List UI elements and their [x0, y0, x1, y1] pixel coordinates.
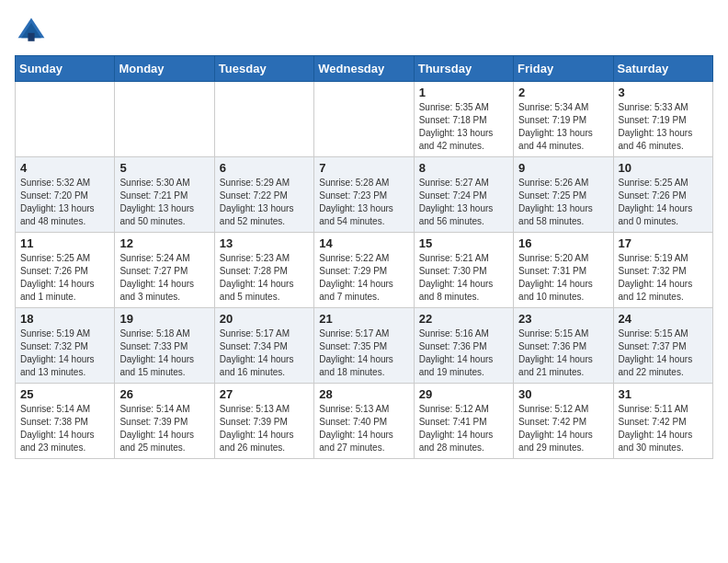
day-info: Sunrise: 5:12 AMSunset: 7:41 PMDaylight:…	[419, 403, 508, 454]
day-info: Sunrise: 5:17 AMSunset: 7:35 PMDaylight:…	[319, 327, 408, 379]
calendar-week-4: 18Sunrise: 5:19 AMSunset: 7:32 PMDayligh…	[16, 308, 713, 384]
calendar-week-1: 1Sunrise: 5:35 AMSunset: 7:18 PMDaylight…	[16, 82, 713, 157]
calendar-cell: 11Sunrise: 5:25 AMSunset: 7:26 PMDayligh…	[16, 233, 115, 308]
day-info: Sunrise: 5:15 AMSunset: 7:37 PMDaylight:…	[619, 327, 708, 379]
day-info: Sunrise: 5:13 AMSunset: 7:40 PMDaylight:…	[319, 403, 408, 454]
calendar-cell: 20Sunrise: 5:17 AMSunset: 7:34 PMDayligh…	[214, 308, 313, 384]
calendar-week-3: 11Sunrise: 5:25 AMSunset: 7:26 PMDayligh…	[16, 233, 713, 308]
logo	[15, 15, 51, 48]
column-header-thursday: Thursday	[414, 56, 513, 82]
day-info: Sunrise: 5:26 AMSunset: 7:25 PMDaylight:…	[518, 177, 608, 228]
calendar-cell: 10Sunrise: 5:25 AMSunset: 7:26 PMDayligh…	[613, 157, 712, 233]
day-number: 19	[119, 312, 209, 326]
day-info: Sunrise: 5:21 AMSunset: 7:30 PMDaylight:…	[419, 252, 508, 304]
day-number: 2	[518, 86, 608, 99]
day-info: Sunrise: 5:14 AMSunset: 7:39 PMDaylight:…	[119, 403, 209, 454]
calendar-header-row: SundayMondayTuesdayWednesdayThursdayFrid…	[16, 56, 713, 82]
day-info: Sunrise: 5:17 AMSunset: 7:34 PMDaylight:…	[220, 327, 309, 379]
day-number: 15	[419, 236, 508, 250]
day-number: 4	[20, 161, 109, 175]
calendar-cell: 1Sunrise: 5:35 AMSunset: 7:18 PMDaylight…	[414, 82, 513, 157]
calendar-cell: 19Sunrise: 5:18 AMSunset: 7:33 PMDayligh…	[115, 308, 214, 384]
calendar-cell	[214, 82, 313, 157]
day-number: 29	[419, 387, 508, 401]
calendar-cell: 7Sunrise: 5:28 AMSunset: 7:23 PMDaylight…	[314, 157, 414, 233]
day-number: 17	[619, 236, 708, 250]
day-number: 6	[220, 161, 309, 175]
column-header-sunday: Sunday	[16, 56, 115, 82]
day-info: Sunrise: 5:25 AMSunset: 7:26 PMDaylight:…	[20, 252, 109, 304]
day-info: Sunrise: 5:27 AMSunset: 7:24 PMDaylight:…	[419, 177, 508, 228]
day-number: 10	[619, 161, 708, 175]
calendar-cell: 24Sunrise: 5:15 AMSunset: 7:37 PMDayligh…	[613, 308, 712, 384]
day-info: Sunrise: 5:23 AMSunset: 7:28 PMDaylight:…	[220, 252, 309, 304]
day-info: Sunrise: 5:15 AMSunset: 7:36 PMDaylight:…	[518, 327, 608, 379]
day-info: Sunrise: 5:35 AMSunset: 7:18 PMDaylight:…	[419, 101, 508, 153]
day-number: 30	[518, 387, 608, 401]
calendar-cell: 3Sunrise: 5:33 AMSunset: 7:19 PMDaylight…	[613, 82, 712, 157]
day-number: 8	[419, 161, 508, 175]
calendar-table: SundayMondayTuesdayWednesdayThursdayFrid…	[15, 55, 713, 459]
calendar-cell: 12Sunrise: 5:24 AMSunset: 7:27 PMDayligh…	[115, 233, 214, 308]
calendar-cell: 16Sunrise: 5:20 AMSunset: 7:31 PMDayligh…	[514, 233, 613, 308]
day-info: Sunrise: 5:25 AMSunset: 7:26 PMDaylight:…	[619, 177, 708, 228]
day-info: Sunrise: 5:19 AMSunset: 7:32 PMDaylight:…	[20, 327, 109, 379]
day-info: Sunrise: 5:28 AMSunset: 7:23 PMDaylight:…	[319, 177, 408, 228]
day-info: Sunrise: 5:13 AMSunset: 7:39 PMDaylight:…	[220, 403, 309, 454]
calendar-cell: 13Sunrise: 5:23 AMSunset: 7:28 PMDayligh…	[214, 233, 313, 308]
day-number: 21	[319, 312, 408, 326]
svg-rect-2	[28, 33, 34, 41]
calendar-cell: 26Sunrise: 5:14 AMSunset: 7:39 PMDayligh…	[115, 384, 214, 459]
day-info: Sunrise: 5:22 AMSunset: 7:29 PMDaylight:…	[319, 252, 408, 304]
column-header-saturday: Saturday	[613, 56, 712, 82]
day-number: 23	[518, 312, 608, 326]
day-number: 9	[518, 161, 608, 175]
calendar-cell: 27Sunrise: 5:13 AMSunset: 7:39 PMDayligh…	[214, 384, 313, 459]
calendar-cell: 6Sunrise: 5:29 AMSunset: 7:22 PMDaylight…	[214, 157, 313, 233]
calendar-cell: 31Sunrise: 5:11 AMSunset: 7:42 PMDayligh…	[613, 384, 712, 459]
calendar-cell: 8Sunrise: 5:27 AMSunset: 7:24 PMDaylight…	[414, 157, 513, 233]
calendar-week-2: 4Sunrise: 5:32 AMSunset: 7:20 PMDaylight…	[16, 157, 713, 233]
day-info: Sunrise: 5:11 AMSunset: 7:42 PMDaylight:…	[619, 403, 708, 454]
calendar-cell: 15Sunrise: 5:21 AMSunset: 7:30 PMDayligh…	[414, 233, 513, 308]
column-header-friday: Friday	[514, 56, 613, 82]
day-number: 7	[319, 161, 408, 175]
day-info: Sunrise: 5:20 AMSunset: 7:31 PMDaylight:…	[518, 252, 608, 304]
calendar-cell: 9Sunrise: 5:26 AMSunset: 7:25 PMDaylight…	[514, 157, 613, 233]
day-number: 26	[119, 387, 209, 401]
day-info: Sunrise: 5:29 AMSunset: 7:22 PMDaylight:…	[220, 177, 309, 228]
day-info: Sunrise: 5:32 AMSunset: 7:20 PMDaylight:…	[20, 177, 109, 228]
day-info: Sunrise: 5:18 AMSunset: 7:33 PMDaylight:…	[119, 327, 209, 379]
day-number: 20	[220, 312, 309, 326]
calendar-cell: 28Sunrise: 5:13 AMSunset: 7:40 PMDayligh…	[314, 384, 414, 459]
day-number: 1	[419, 86, 508, 99]
calendar-cell: 21Sunrise: 5:17 AMSunset: 7:35 PMDayligh…	[314, 308, 414, 384]
calendar-cell: 5Sunrise: 5:30 AMSunset: 7:21 PMDaylight…	[115, 157, 214, 233]
day-info: Sunrise: 5:34 AMSunset: 7:19 PMDaylight:…	[518, 101, 608, 153]
day-info: Sunrise: 5:14 AMSunset: 7:38 PMDaylight:…	[20, 403, 109, 454]
calendar-cell: 29Sunrise: 5:12 AMSunset: 7:41 PMDayligh…	[414, 384, 513, 459]
day-number: 27	[220, 387, 309, 401]
logo-icon	[15, 15, 48, 48]
day-number: 28	[319, 387, 408, 401]
day-info: Sunrise: 5:16 AMSunset: 7:36 PMDaylight:…	[419, 327, 508, 379]
calendar-cell: 22Sunrise: 5:16 AMSunset: 7:36 PMDayligh…	[414, 308, 513, 384]
calendar-cell: 18Sunrise: 5:19 AMSunset: 7:32 PMDayligh…	[16, 308, 115, 384]
day-number: 5	[119, 161, 209, 175]
day-number: 13	[220, 236, 309, 250]
calendar-cell: 2Sunrise: 5:34 AMSunset: 7:19 PMDaylight…	[514, 82, 613, 157]
day-number: 12	[119, 236, 209, 250]
calendar-cell	[115, 82, 214, 157]
column-header-tuesday: Tuesday	[214, 56, 313, 82]
calendar-cell	[16, 82, 115, 157]
calendar-week-5: 25Sunrise: 5:14 AMSunset: 7:38 PMDayligh…	[16, 384, 713, 459]
calendar-cell	[314, 82, 414, 157]
day-number: 24	[619, 312, 708, 326]
calendar-cell: 4Sunrise: 5:32 AMSunset: 7:20 PMDaylight…	[16, 157, 115, 233]
column-header-wednesday: Wednesday	[314, 56, 414, 82]
day-info: Sunrise: 5:30 AMSunset: 7:21 PMDaylight:…	[119, 177, 209, 228]
page-header	[15, 15, 713, 48]
day-info: Sunrise: 5:19 AMSunset: 7:32 PMDaylight:…	[619, 252, 708, 304]
calendar-cell: 23Sunrise: 5:15 AMSunset: 7:36 PMDayligh…	[514, 308, 613, 384]
day-number: 16	[518, 236, 608, 250]
